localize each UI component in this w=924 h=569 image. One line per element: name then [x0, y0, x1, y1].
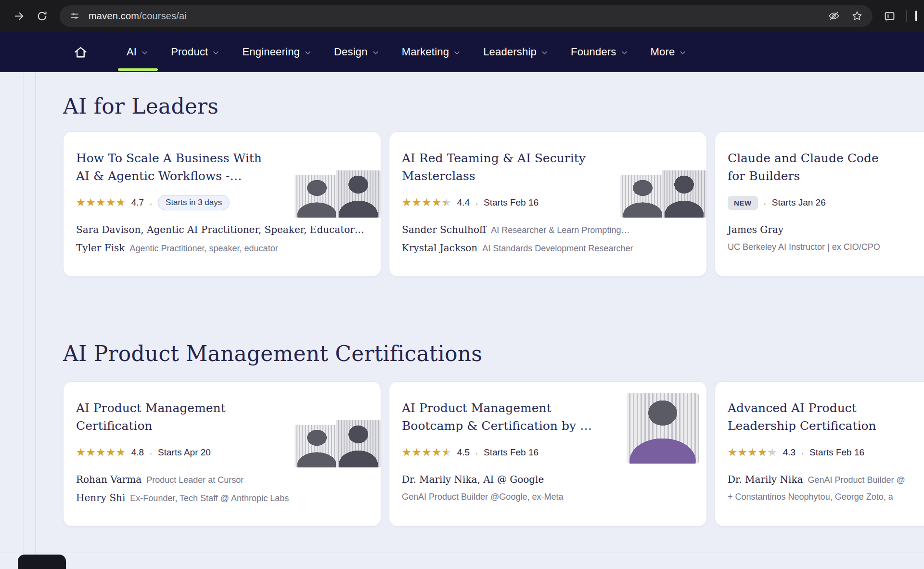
section-title: AI for Leaders — [63, 94, 924, 118]
instructor-name: Tyler Fisk — [76, 242, 125, 254]
instructor-line: Rohan Varma Product Leader at Cursor — [76, 474, 367, 485]
new-badge: NEW — [728, 196, 758, 210]
reload-button[interactable] — [32, 6, 52, 26]
site-info-button[interactable] — [66, 8, 83, 24]
stars-filled: ★★★★★ — [76, 197, 123, 208]
main-nav: AI Product Engineering Design Marketing … — [0, 32, 924, 72]
nav-item-design[interactable]: Design — [334, 32, 379, 72]
instructor-line: Henry Shi Ex-Founder, Tech Staff @ Anthr… — [76, 492, 367, 504]
course-title: Claude and Claude Code for Builders — [728, 149, 924, 185]
rating-value: 4.8 — [131, 447, 144, 458]
instructor-line: Dr. Marily Nika GenAI Product Builder @ — [728, 474, 924, 485]
starts-badge: Starts in 3 days — [158, 195, 230, 210]
instructor-line: + Constantinos Neophytou, George Zoto, a — [728, 492, 924, 502]
start-date: Starts Jan 26 — [772, 197, 826, 208]
course-title-line: How To Scale A Business With — [76, 151, 262, 165]
rating-stars: ★★★★★★★★★★ — [76, 447, 126, 458]
instructor-line: Krystal Jackson AI Standards Development… — [402, 242, 693, 254]
instructor-line: Tyler Fisk Agentic Practitioner, speaker… — [76, 242, 367, 254]
course-title-line: Masterclass — [402, 169, 475, 183]
rating-value: 4.3 — [783, 447, 796, 458]
nav-item-label: Product — [171, 46, 208, 58]
instructor-line: James Gray — [728, 224, 924, 235]
home-icon — [74, 45, 88, 59]
start-date: Starts Feb 16 — [484, 447, 539, 458]
course-card-aipm-certification[interactable]: AI Product Management Certification ★★★★… — [63, 381, 381, 527]
instructor-title: AI Researcher & Learn Prompting… — [491, 225, 629, 235]
password-visibility-button[interactable] — [825, 7, 843, 25]
stars-filled: ★★★★★ — [76, 447, 124, 458]
instructor-title: UC Berkeley AI Instructor | ex CIO/CPO — [728, 242, 880, 252]
course-title-line: for Builders — [728, 169, 800, 183]
course-title-line: Certification — [76, 419, 153, 433]
course-card-aipm-bootcamp[interactable]: AI Product Management Bootcamp & Certifi… — [389, 381, 707, 527]
instructor-title: GenAI Product Builder @Google, ex-Meta — [402, 492, 563, 502]
separator-dot: · — [763, 198, 767, 208]
forward-arrow-icon — [13, 10, 25, 22]
course-meta: NEW · Starts Jan 26 — [728, 195, 924, 210]
nav-item-marketing[interactable]: Marketing — [402, 32, 461, 72]
stars-filled: ★★★★★ — [402, 447, 447, 458]
chevron-down-icon — [212, 49, 219, 56]
course-card-how-to-scale[interactable]: How To Scale A Business With AI & Agenti… — [63, 131, 381, 277]
instructor-name: Henry Shi — [76, 492, 125, 504]
course-title-line: AI Product Management — [76, 401, 226, 415]
nav-divider — [109, 46, 109, 59]
nav-home-button[interactable] — [72, 44, 89, 60]
instructor-photo — [627, 393, 699, 464]
instructor-list: Sara Davison, Agentic AI Practitioner, S… — [76, 224, 367, 254]
instructor-line: Sander Schulhoff AI Researcher & Learn P… — [402, 224, 693, 235]
instructor-title: GenAI Product Builder @ — [808, 475, 905, 485]
instructor-line: UC Berkeley AI Instructor | ex CIO/CPO — [728, 242, 924, 252]
instructor-photo — [336, 170, 381, 218]
nav-item-label: Founders — [571, 46, 616, 58]
course-title-line: AI & Agentic Workflows -… — [76, 169, 242, 183]
forward-button[interactable] — [9, 6, 29, 26]
course-card-advanced-aipm-leadership[interactable]: Advanced AI Product Leadership Certifica… — [715, 381, 924, 527]
chevron-down-icon — [621, 49, 628, 56]
nav-item-founders[interactable]: Founders — [571, 32, 628, 72]
courses-page: AI for Leaders How To Scale A Business W… — [0, 72, 924, 569]
chevron-down-icon — [372, 49, 379, 56]
rating-stars: ★★★★★★★★★★ — [728, 447, 778, 458]
chevron-down-icon — [679, 49, 686, 56]
course-title-line: AI Red Teaming & AI Security — [402, 151, 586, 165]
course-card-claude-code[interactable]: Claude and Claude Code for Builders NEW … — [715, 131, 924, 277]
separator-dot: · — [149, 198, 153, 208]
course-title-line: Advanced AI Product — [728, 401, 857, 415]
reload-icon — [36, 10, 48, 22]
nav-item-ai[interactable]: AI — [127, 32, 148, 72]
instructor-name: James Gray — [728, 224, 783, 235]
tune-icon — [69, 11, 80, 21]
course-card-ai-red-teaming[interactable]: AI Red Teaming & AI Security Masterclass… — [389, 131, 707, 277]
course-title-line: Claude and Claude Code — [728, 151, 879, 165]
rating-stars: ★★★★★★★★★★ — [402, 197, 452, 208]
nav-item-product[interactable]: Product — [171, 32, 219, 72]
partial-element — [915, 11, 917, 21]
instructor-name: Sara Davison, Agentic AI Practitioner, S… — [76, 224, 364, 235]
side-panel-button[interactable] — [879, 6, 899, 26]
chrome-divider — [906, 10, 907, 22]
nav-item-leadership[interactable]: Leadership — [483, 32, 548, 72]
course-meta: ★★★★★★★★★★ 4.3 · Starts Feb 16 — [728, 445, 924, 460]
url-bar[interactable]: maven.com/courses/ai — [60, 5, 873, 27]
instructor-name: Dr. Marily Nika, AI @ Google — [402, 474, 544, 485]
separator-dot: · — [801, 448, 804, 458]
url-path: /courses/ai — [139, 11, 187, 21]
separator-dot: · — [475, 198, 478, 208]
rating-value: 4.4 — [457, 197, 470, 208]
instructor-name: Krystal Jackson — [402, 242, 477, 254]
bottom-left-widget[interactable] — [18, 555, 66, 569]
grid-line — [24, 72, 24, 569]
nav-item-engineering[interactable]: Engineering — [242, 32, 311, 72]
grid-line — [35, 72, 36, 569]
rating-value: 4.5 — [457, 447, 470, 458]
nav-item-more[interactable]: More — [651, 32, 687, 72]
instructor-line: GenAI Product Builder @Google, ex-Meta — [402, 492, 693, 502]
instructor-name: Rohan Varma — [76, 474, 141, 485]
bookmark-button[interactable] — [848, 7, 866, 25]
instructor-photos — [295, 420, 381, 467]
section-title: AI Product Management Certifications — [63, 342, 924, 366]
nav-item-label: More — [651, 46, 675, 58]
page: maven.com/courses/ai AI Product — [0, 0, 924, 569]
